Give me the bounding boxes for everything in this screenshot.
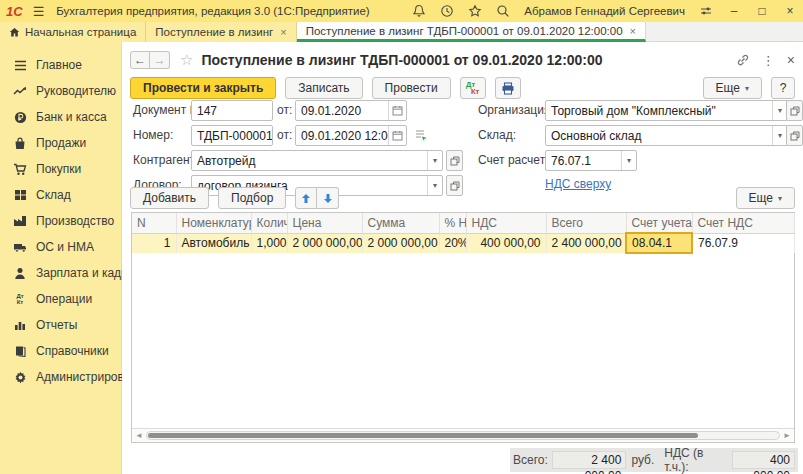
scrollbar-thumb[interactable] <box>148 433 698 438</box>
cell-price[interactable]: 2 000 000,00 <box>287 233 362 253</box>
dtkt-postings-button[interactable]: ДтКт <box>460 77 486 99</box>
cell-total[interactable]: 2 400 000,00 <box>546 233 626 253</box>
table-more-button[interactable]: Еще▾ <box>736 187 795 209</box>
tab-home[interactable]: Начальная страница <box>0 22 146 42</box>
col-header[interactable]: Колич... <box>251 213 287 233</box>
help-button[interactable]: ? <box>771 77 795 99</box>
search-icon[interactable] <box>496 4 510 18</box>
date-label: от: <box>277 125 292 145</box>
cell-nomenclature[interactable]: Автомобиль <box>176 233 251 253</box>
sidebar-item-warehouse[interactable]: Склад <box>0 182 121 208</box>
tab-bar: Начальная страница Поступление в лизинг … <box>0 22 803 42</box>
account-input[interactable]: 76.07.1 ▾ <box>545 150 637 171</box>
current-user[interactable]: Абрамов Геннадий Сергеевич <box>524 5 685 17</box>
doc-date-label: от: <box>277 100 292 120</box>
col-header[interactable]: N <box>132 213 176 233</box>
sidebar-item-label: ОС и НМА <box>36 240 94 254</box>
post-and-close-button[interactable]: Провести и закрыть <box>130 77 276 99</box>
sidebar-item-salary-hr[interactable]: Зарплата и кадры <box>0 260 121 286</box>
sidebar-item-operations[interactable]: ДтКт Операции <box>0 286 121 312</box>
number-input[interactable]: ТДБП-000001 <box>191 125 273 146</box>
horizontal-scrollbar[interactable]: ◄ ► <box>132 428 794 442</box>
tab-leasing-document[interactable]: Поступление в лизинг ТДБП-000001 от 09.0… <box>297 22 646 42</box>
save-button[interactable]: Записать <box>285 77 362 99</box>
open-journal-icon[interactable] <box>415 129 429 143</box>
copy-link-icon[interactable] <box>736 53 750 67</box>
print-button[interactable] <box>495 77 521 99</box>
date-input[interactable]: 09.01.2020 12:00:00 <box>295 125 407 146</box>
dropdown-icon[interactable]: ▾ <box>772 126 787 145</box>
col-header[interactable]: Счет НДС <box>692 213 794 233</box>
sidebar-item-administration[interactable]: Администрирование <box>0 364 121 390</box>
back-button[interactable]: ← <box>130 51 150 69</box>
sidebar-item-production[interactable]: Производство <box>0 208 121 234</box>
more-button[interactable]: Еще▾ <box>703 77 762 99</box>
warehouse-open-button[interactable] <box>786 125 803 146</box>
sidebar-item-purchases[interactable]: Покупки <box>0 156 121 182</box>
sidebar-item-main[interactable]: Главное <box>0 52 121 78</box>
cell-sum[interactable]: 2 000 000,00 <box>362 233 439 253</box>
contragent-label: Контрагент: <box>133 150 198 170</box>
cell-quantity[interactable]: 1,000 <box>251 233 287 253</box>
move-down-button[interactable] <box>317 187 339 209</box>
dropdown-icon[interactable]: ▾ <box>621 151 636 170</box>
move-up-button[interactable] <box>295 187 317 209</box>
service-settings-icon[interactable] <box>699 4 713 18</box>
cell-n[interactable]: 1 <box>132 233 176 253</box>
maximize-button[interactable]: □ <box>755 4 769 18</box>
doc-date-input[interactable]: 09.01.2020 <box>295 100 407 121</box>
sidebar-item-label: Отчеты <box>36 318 77 332</box>
doc-no-input[interactable]: 147 <box>191 100 273 121</box>
cell-vat-rate[interactable]: 20% <box>439 233 466 253</box>
totals-bar: Всего: 2 400 000,00 руб. НДС (в т.ч.): 4… <box>510 448 798 472</box>
cell-vat[interactable]: 400 000,00 <box>466 233 546 253</box>
minimize-button[interactable]: – <box>727 4 741 18</box>
favorite-star-icon[interactable]: ☆ <box>180 51 193 69</box>
col-header[interactable]: % Н... <box>439 213 466 233</box>
sidebar-item-sales[interactable]: Продажи <box>0 130 121 156</box>
calendar-icon[interactable] <box>388 126 406 145</box>
scroll-right-icon[interactable]: ► <box>782 431 792 440</box>
pick-button[interactable]: Подбор <box>218 187 286 209</box>
gear-icon <box>13 370 27 384</box>
calendar-icon[interactable] <box>388 101 406 120</box>
dropdown-icon[interactable]: ▾ <box>427 151 442 170</box>
history-icon[interactable] <box>440 4 454 18</box>
table-row[interactable]: 1 Автомобиль 1,000 2 000 000,00 2 000 00… <box>132 233 794 253</box>
col-header[interactable]: Сумма <box>362 213 439 233</box>
add-row-button[interactable]: Добавить <box>130 187 209 209</box>
tab-close-icon[interactable]: × <box>280 26 286 38</box>
warehouse-input[interactable]: Основной склад ▾ <box>545 125 788 146</box>
tab-leasing-list[interactable]: Поступление в лизинг × <box>146 22 296 42</box>
sidebar-item-manager[interactable]: Руководителю <box>0 78 121 104</box>
scrollbar-track[interactable] <box>146 431 780 440</box>
close-window-button[interactable]: × <box>783 4 797 18</box>
favorites-star-icon[interactable] <box>468 4 482 18</box>
org-input[interactable]: Торговый дом "Комплексный" ▾ <box>545 100 788 121</box>
dropdown-icon[interactable]: ▾ <box>772 101 787 120</box>
notifications-bell-icon[interactable] <box>412 4 426 18</box>
document-title: Поступление в лизинг ТДБП-000001 от 09.0… <box>201 52 602 68</box>
col-header[interactable]: Номенклатура <box>176 213 251 233</box>
sidebar-item-reports[interactable]: Отчеты <box>0 312 121 338</box>
col-header[interactable]: Всего <box>546 213 626 233</box>
post-button[interactable]: Провести <box>372 77 451 99</box>
col-header[interactable]: Счет учета <box>626 213 692 233</box>
close-document-icon[interactable]: × <box>787 52 795 68</box>
sidebar-item-directories[interactable]: Справочники <box>0 338 121 364</box>
org-open-button[interactable] <box>786 100 803 121</box>
col-header[interactable]: Цена <box>287 213 362 233</box>
col-header[interactable]: НДС <box>466 213 546 233</box>
cell-vat-account[interactable]: 76.07.9 <box>692 233 794 253</box>
forward-button[interactable]: → <box>150 51 170 69</box>
contragent-input[interactable]: Автотрейд ▾ <box>191 150 443 171</box>
cell-account-selected[interactable]: 08.04.1 <box>626 233 692 253</box>
contragent-open-button[interactable] <box>446 150 463 171</box>
tab-close-icon[interactable]: × <box>630 25 636 37</box>
main-menu-icon[interactable]: ☰ <box>33 4 45 19</box>
sidebar-item-fixed-assets[interactable]: ОС и НМА <box>0 234 121 260</box>
more-dots-icon[interactable]: ⋮ <box>762 53 775 68</box>
sidebar-item-bank-cash[interactable]: Банк и касса <box>0 104 121 130</box>
scroll-left-icon[interactable]: ◄ <box>134 431 144 440</box>
vat-total-label: НДС (в т.ч.): <box>664 446 728 474</box>
